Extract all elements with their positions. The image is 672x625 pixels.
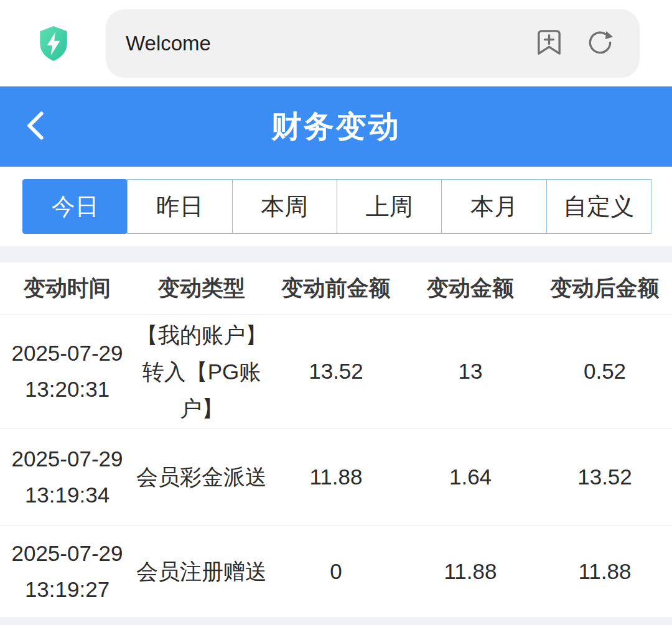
back-button[interactable] [24,86,68,167]
table-row: 2025-07-29 13:19:34 会员彩金派送 11.88 1.64 13… [0,428,672,525]
cell-after-amount: 0.52 [538,359,672,384]
column-header: 变动金额 [403,274,538,303]
bookmark-add-icon [534,28,564,59]
cell-time: 13:20:31 [0,371,134,407]
tab-label: 本月 [470,191,518,223]
reload-icon [586,28,615,59]
column-header: 变动类型 [134,274,269,303]
toolbar-actions [534,29,615,58]
cell-before-amount: 11.88 [269,465,403,489]
tab-label: 今日 [52,191,99,223]
cell-before-amount: 0 [269,559,403,584]
cell-date: 2025-07-29 [0,335,134,371]
cell-date: 2025-07-29 [0,535,134,572]
tab-label: 自定义 [563,191,634,223]
cell-before-amount: 13.52 [269,359,403,384]
column-header: 变动时间 [0,274,134,303]
cell-change-time: 2025-07-29 13:19:27 [0,535,134,608]
table-row: 2025-07-29 13:19:27 会员注册赠送 0 11.88 11.88 [0,525,672,617]
cell-time: 13:19:34 [0,477,134,513]
shield-lightning-logo-icon[interactable] [37,25,70,62]
date-range-tab[interactable]: 今日 [22,179,128,234]
date-range-tab[interactable]: 本月 [441,179,546,234]
reload-button[interactable] [585,29,615,58]
table-body: 2025-07-29 13:20:31 【我的账户】转入【PG账户】 13.52… [0,315,672,617]
cell-after-amount: 11.88 [538,559,672,584]
address-text[interactable]: Welcome [126,32,534,55]
tab-label: 昨日 [156,191,203,223]
address-bar[interactable]: Welcome [106,9,640,78]
date-range-tab[interactable]: 昨日 [127,179,232,234]
page-title: 财务变动 [271,106,401,147]
cell-type: 会员彩金派送 [134,458,269,495]
date-range-tab[interactable]: 本周 [232,179,337,234]
page-header: 财务变动 [0,86,672,167]
cell-type: 会员注册赠送 [134,553,269,590]
browser-toolbar: Welcome [0,0,672,86]
column-header: 变动前金额 [269,274,403,303]
date-range-tab[interactable]: 上周 [337,179,442,234]
section-divider [0,246,672,262]
tab-label: 上周 [366,191,413,223]
cell-after-amount: 13.52 [538,465,672,489]
chevron-left-icon [24,109,49,144]
cell-date: 2025-07-29 [0,441,134,477]
cell-change-time: 2025-07-29 13:20:31 [0,335,134,407]
tab-bar: 今日 昨日 本周 上周 本月 自定义 [22,179,651,234]
cell-change-amount: 11.88 [403,559,538,584]
column-header: 变动后金额 [538,274,672,303]
date-range-tab[interactable]: 自定义 [546,179,651,234]
table-row: 2025-07-29 13:20:31 【我的账户】转入【PG账户】 13.52… [0,315,672,428]
table-header: 变动时间变动类型变动前金额变动金额变动后金额 [0,262,672,315]
bookmark-add-button[interactable] [534,29,564,58]
cell-time: 13:19:27 [0,572,134,608]
tab-label: 本周 [261,191,308,223]
cell-type: 【我的账户】转入【PG账户】 [134,317,269,427]
cell-change-time: 2025-07-29 13:19:34 [0,441,134,513]
footer-divider [0,617,672,625]
cell-change-amount: 13 [403,359,538,384]
cell-change-amount: 1.64 [403,465,538,489]
